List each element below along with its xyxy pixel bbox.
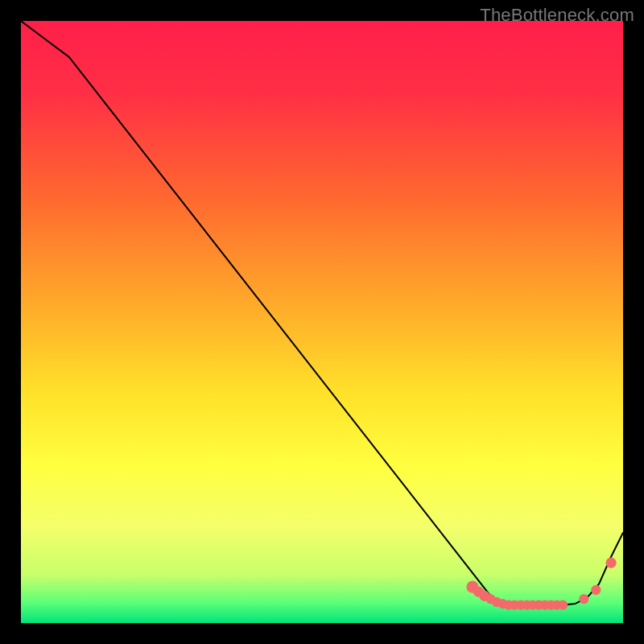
highlight-point [606,558,616,568]
attribution-label: TheBottleneck.com [480,5,634,26]
highlight-point [592,585,601,594]
highlight-point [559,601,568,609]
chart-svg [21,21,623,623]
chart-frame: TheBottleneck.com [0,0,644,644]
highlight-point [580,595,588,604]
plot-area [21,21,623,623]
